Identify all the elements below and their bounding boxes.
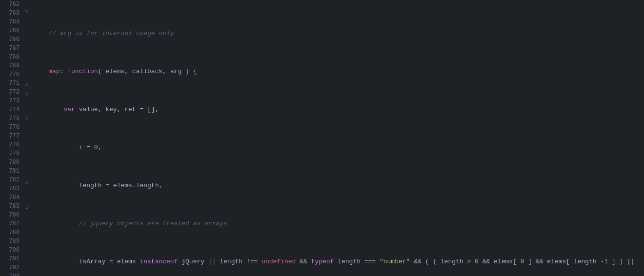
line-num: 779	[4, 149, 20, 158]
fold-btn[interactable]	[23, 220, 29, 228]
line-num: 762	[4, 0, 20, 9]
fold-btn[interactable]	[23, 25, 29, 33]
code-line-766: length = elems.length,	[33, 181, 644, 190]
fold-btn[interactable]	[23, 268, 29, 276]
line-num: 771	[4, 79, 20, 88]
fold-btn[interactable]	[23, 17, 29, 24]
fold-btn[interactable]	[23, 57, 29, 64]
comment-text: // arg is for internal usage only	[33, 29, 174, 38]
line-num: 791	[4, 255, 20, 263]
fold-btn[interactable]	[23, 131, 29, 138]
line-num: 768	[4, 53, 20, 61]
line-num: 772	[4, 88, 20, 97]
line-num: 763	[4, 9, 20, 18]
line-num: 793	[4, 272, 20, 276]
line-num: 788	[4, 228, 20, 237]
fold-btn[interactable]: □	[23, 80, 29, 89]
line-num: 785	[4, 202, 20, 211]
fold-btn[interactable]: □	[23, 203, 29, 212]
code-content: // arg is for internal usage only map: f…	[29, 0, 644, 276]
fold-btn[interactable]	[23, 147, 29, 155]
fold-btn[interactable]	[23, 65, 29, 73]
fold-btn[interactable]	[23, 212, 29, 220]
line-num: 773	[4, 97, 20, 105]
line-num: 776	[4, 123, 20, 132]
fold-btn[interactable]: □	[23, 89, 29, 98]
fold-btn[interactable]	[23, 49, 29, 57]
code-line-762: // arg is for internal usage only	[33, 29, 644, 38]
line-num: 778	[4, 140, 20, 149]
fold-btn[interactable]	[23, 236, 29, 244]
fold-btn[interactable]	[23, 244, 29, 252]
fold-btn[interactable]	[23, 123, 29, 131]
line-num: 782	[4, 176, 20, 184]
line-num: 792	[4, 263, 20, 272]
fold-btn[interactable]	[23, 33, 29, 40]
fold-btn[interactable]	[23, 252, 29, 260]
fold-btn[interactable]	[23, 187, 29, 195]
fold-btn[interactable]	[23, 40, 29, 48]
line-num: 783	[4, 184, 20, 193]
line-num: 789	[4, 237, 20, 246]
fold-indicators: □ □ □ □ □ □	[23, 0, 29, 276]
line-num: 777	[4, 132, 20, 140]
code-line-763: map: function( elems, callback, arg ) {	[33, 67, 644, 76]
code-line-767: // jquery objects are treated as arrays	[33, 219, 644, 228]
line-num: 769	[4, 61, 20, 70]
line-num: 784	[4, 193, 20, 202]
fold-btn[interactable]	[23, 139, 29, 147]
fold-btn[interactable]: □	[23, 8, 29, 17]
fold-btn[interactable]	[23, 73, 29, 80]
code-editor: 762 763 764 765 766 767 768 769 770 771 …	[0, 0, 644, 276]
fold-btn[interactable]	[23, 155, 29, 162]
code-line-768: isArray = elems instanceof jQuery || len…	[33, 257, 644, 266]
line-num: 765	[4, 26, 20, 35]
line-num: 787	[4, 219, 20, 228]
fold-btn[interactable]	[23, 98, 29, 106]
code-line-764: var value, key, ret = [],	[33, 105, 644, 114]
line-num: 781	[4, 167, 20, 176]
line-num: 767	[4, 44, 20, 53]
line-numbers: 762 763 764 765 766 767 768 769 770 771 …	[0, 0, 23, 276]
fold-btn[interactable]	[23, 106, 29, 114]
fold-btn[interactable]	[23, 171, 29, 178]
line-num: 764	[4, 18, 20, 26]
code-line-765: i = 0,	[33, 143, 644, 152]
fold-btn[interactable]	[23, 196, 29, 203]
line-num: 786	[4, 211, 20, 219]
line-num: 775	[4, 114, 20, 123]
fold-btn[interactable]	[23, 163, 29, 171]
line-num: 766	[4, 35, 20, 44]
fold-btn[interactable]: □	[23, 114, 29, 123]
fold-btn[interactable]	[23, 0, 29, 8]
line-num: 790	[4, 246, 20, 255]
fold-btn[interactable]: □	[23, 178, 29, 187]
line-num: 770	[4, 70, 20, 79]
line-num: 774	[4, 105, 20, 114]
line-num: 780	[4, 158, 20, 167]
fold-btn[interactable]	[23, 260, 29, 268]
fold-btn[interactable]	[23, 228, 29, 236]
